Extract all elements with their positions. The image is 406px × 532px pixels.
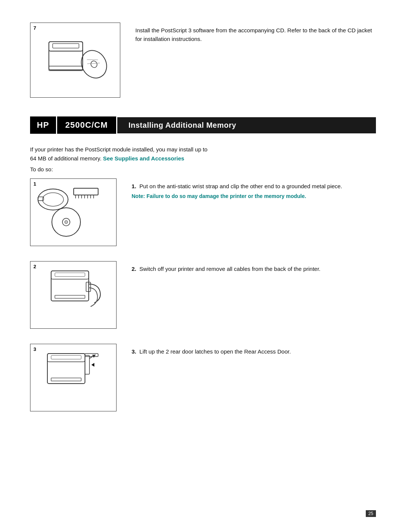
step-num-2: 2 — [33, 264, 36, 269]
banner-title: Installing Additional Memory — [117, 117, 376, 133]
step1-note: Note: Failure to do so may damage the pr… — [132, 193, 342, 199]
svg-rect-22 — [51, 271, 89, 301]
step-num-3: 3 — [33, 346, 36, 352]
svg-rect-1 — [49, 42, 83, 51]
svg-rect-31 — [51, 378, 81, 381]
svg-rect-24 — [55, 273, 85, 277]
svg-line-33 — [89, 355, 94, 358]
intro-paragraph: If your printer has the PostScript modul… — [30, 145, 376, 163]
image-box-2: 2 — [30, 261, 117, 329]
top-section: 7 Install the PostScript 3 software from… — [30, 23, 376, 98]
step1-illustration — [30, 179, 106, 237]
step1-text: 1. Put on the anti-static wrist strap an… — [132, 178, 342, 191]
image-box-7: 7 — [30, 23, 120, 98]
step3-illustration — [30, 344, 106, 402]
svg-rect-23 — [51, 271, 89, 279]
step2-content: 2. Switch off your printer and remove al… — [132, 261, 321, 274]
step-num-1: 1 — [33, 181, 36, 187]
todo-text: To do so: — [30, 166, 376, 172]
step2-text: 2. Switch off your printer and remove al… — [132, 261, 321, 274]
step3-text: 3. Lift up the 2 rear door latches to op… — [132, 344, 291, 356]
banner-model-label: 2500C/CM — [57, 116, 116, 134]
printer-cd-illustration — [41, 30, 109, 89]
svg-line-6 — [87, 55, 98, 64]
svg-point-5 — [90, 60, 98, 69]
svg-point-9 — [42, 193, 64, 206]
svg-rect-30 — [51, 355, 81, 359]
svg-rect-2 — [53, 44, 79, 48]
image-box-1: 1 — [30, 178, 117, 246]
step-row-3: 3 3. Lift up — [30, 344, 376, 411]
step1-content: 1. Put on the anti-static wrist strap an… — [132, 178, 342, 199]
svg-rect-25 — [55, 295, 85, 298]
svg-marker-35 — [91, 363, 94, 367]
banner-hp-label: HP — [30, 116, 56, 134]
svg-rect-11 — [74, 188, 98, 195]
step3-content: 3. Lift up the 2 rear door latches to op… — [132, 344, 291, 356]
step2-illustration — [30, 261, 106, 320]
step-row-1: 1 1. Put on the anti-static wrist strap … — [30, 178, 376, 246]
supplies-link[interactable]: See Supplies and Accessories — [103, 155, 184, 162]
step-row-2: 2 2. Switch off your printer and remove … — [30, 261, 376, 329]
image-box-3: 3 — [30, 344, 117, 411]
header-banner: HP 2500C/CM Installing Additional Memory — [30, 116, 376, 134]
step-number-7: 7 — [33, 25, 36, 31]
svg-rect-0 — [49, 42, 83, 70]
svg-rect-29 — [47, 354, 85, 362]
intro-text: If your printer has the PostScript modul… — [30, 145, 376, 163]
step12-text: Install the PostScript 3 software from t… — [135, 23, 376, 43]
svg-rect-28 — [47, 354, 85, 384]
svg-point-21 — [65, 221, 68, 224]
page-number: 25 — [366, 510, 376, 517]
svg-rect-34 — [85, 354, 98, 357]
svg-rect-32 — [85, 355, 89, 374]
